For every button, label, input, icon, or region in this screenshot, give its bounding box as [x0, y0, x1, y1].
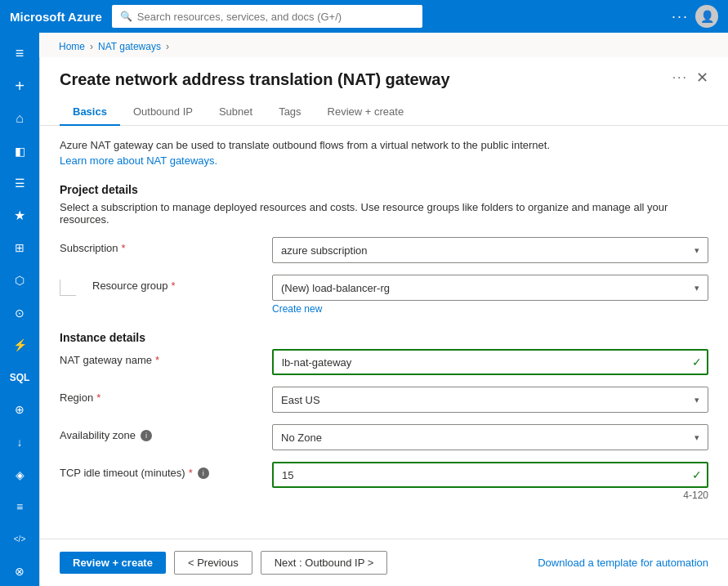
create-new-link[interactable]: Create new: [272, 303, 322, 315]
tab-review-create[interactable]: Review + create: [315, 99, 418, 126]
sidebar-item-all-services[interactable]: ☰: [3, 168, 36, 198]
close-button[interactable]: ✕: [696, 70, 708, 85]
sidebar-item-monitor[interactable]: ⊙: [3, 298, 36, 328]
breadcrumb-home[interactable]: Home: [59, 41, 85, 52]
topbar-more-icon[interactable]: ···: [672, 8, 689, 25]
info-text: Azure NAT gateway can be used to transla…: [60, 139, 708, 151]
availability-zone-label: Availability zone i: [60, 424, 272, 441]
panel-header: Create network address translation (NAT)…: [40, 57, 728, 89]
tcp-idle-timeout-label: TCP idle timeout (minutes) * i: [60, 462, 272, 479]
breadcrumb: Home › NAT gateways ›: [39, 33, 728, 57]
sidebar-item-create[interactable]: +: [3, 72, 36, 101]
panel: Create network address translation (NAT)…: [39, 57, 728, 586]
search-input[interactable]: [137, 11, 414, 23]
download-template-link[interactable]: Download a template for automation: [538, 557, 708, 569]
nat-gateway-name-row: NAT gateway name * ✓: [60, 349, 708, 375]
tab-tags[interactable]: Tags: [266, 99, 314, 126]
nat-gateway-name-control: ✓: [272, 349, 708, 375]
region-control: East US ▾: [272, 387, 708, 413]
breadcrumb-sep-1: ›: [90, 41, 93, 52]
sidebar-item-download[interactable]: ↓: [3, 427, 36, 457]
chevron-down-icon: ▾: [695, 395, 699, 405]
sidebar-item-sql[interactable]: SQL: [3, 363, 36, 392]
sidebar-item-diamond[interactable]: ◈: [3, 460, 36, 490]
rg-connector-line: [60, 280, 76, 296]
tcp-idle-timeout-control: ✓ 4-120: [272, 462, 708, 501]
sidebar-item-add[interactable]: ⊕: [3, 396, 36, 425]
resource-group-value: (New) load-balancer-rg: [281, 282, 390, 294]
region-label: Region *: [60, 387, 272, 404]
sidebar-item-list[interactable]: ≡: [3, 492, 36, 521]
avatar[interactable]: 👤: [695, 5, 718, 28]
sidebar-item-favorites[interactable]: ★: [3, 201, 36, 230]
sidebar-item-grid[interactable]: ⊞: [3, 234, 36, 263]
region-value: East US: [281, 394, 320, 406]
content-area: Home › NAT gateways › Create network add…: [39, 33, 728, 586]
resource-group-select[interactable]: (New) load-balancer-rg ▾: [272, 275, 708, 301]
availability-zone-value: No Zone: [281, 432, 322, 444]
check-icon: ✓: [692, 356, 702, 369]
sidebar: ≡ + ⌂ ◧ ☰ ★ ⊞ ⬡ ⊙ ⚡ SQL ⊕ ↓ ◈ ≡ </> ⊗: [0, 33, 39, 586]
review-create-button[interactable]: Review + create: [60, 552, 166, 574]
topbar: Microsoft Azure 🔍 ··· 👤: [0, 0, 728, 33]
region-required: *: [96, 391, 100, 404]
subscription-label: Subscription *: [60, 237, 272, 254]
brand-logo: Microsoft Azure: [10, 10, 102, 24]
tcp-hint: 4-120: [272, 490, 708, 501]
project-details-desc: Select a subscription to manage deployed…: [60, 201, 708, 226]
sidebar-item-code[interactable]: </>: [3, 525, 36, 554]
search-box[interactable]: 🔍: [112, 5, 422, 28]
nat-gateway-name-wrapper: ✓: [272, 349, 708, 375]
resource-group-control: (New) load-balancer-rg ▾ Create new: [272, 275, 708, 315]
subscription-value: azure subscription: [281, 244, 368, 257]
resource-group-required: *: [172, 280, 176, 292]
sidebar-item-settings[interactable]: ⊗: [3, 557, 36, 587]
rg-indent: [60, 275, 92, 296]
panel-footer: Review + create < Previous Next : Outbou…: [40, 539, 728, 586]
region-row: Region * East US ▾: [60, 387, 708, 413]
tab-subnet[interactable]: Subnet: [206, 99, 266, 126]
chevron-down-icon: ▾: [695, 245, 699, 256]
subscription-control: azure subscription ▾: [272, 237, 708, 263]
info-link[interactable]: Learn more about NAT gateways.: [60, 154, 217, 167]
project-details-title: Project details: [60, 183, 708, 196]
chevron-down-icon: ▾: [695, 283, 699, 293]
resource-group-row: Resource group * (New) load-balancer-rg …: [60, 275, 708, 315]
sidebar-item-hex[interactable]: ⬡: [3, 266, 36, 295]
instance-details-title: Instance details: [60, 331, 708, 344]
region-select[interactable]: East US ▾: [272, 387, 708, 413]
previous-button[interactable]: < Previous: [174, 551, 252, 575]
check-icon: ✓: [692, 468, 702, 481]
next-button[interactable]: Next : Outbound IP >: [261, 551, 388, 575]
panel-header-actions: ··· ✕: [672, 70, 708, 85]
nat-gateway-name-input[interactable]: [272, 349, 708, 375]
tabs: Basics Outbound IP Subnet Tags Review + …: [40, 89, 728, 126]
info-icon[interactable]: i: [198, 467, 209, 479]
topbar-right: ··· 👤: [672, 5, 718, 28]
tcp-idle-timeout-wrapper: ✓: [272, 462, 708, 488]
nat-gateway-name-label: NAT gateway name *: [60, 349, 272, 366]
tcp-idle-timeout-input[interactable]: [272, 462, 708, 488]
panel-body: Azure NAT gateway can be used to transla…: [40, 126, 728, 539]
tcp-required: *: [189, 467, 193, 479]
tab-outbound-ip[interactable]: Outbound IP: [120, 99, 206, 126]
availability-zone-row: Availability zone i No Zone ▾: [60, 424, 708, 450]
tab-basics[interactable]: Basics: [60, 99, 120, 126]
page-title: Create network address translation (NAT)…: [60, 70, 450, 89]
sidebar-item-activity[interactable]: ⚡: [3, 330, 36, 360]
subscription-select[interactable]: azure subscription ▾: [272, 237, 708, 263]
resource-group-label: Resource group *: [92, 275, 272, 292]
breadcrumb-nat-gateways[interactable]: NAT gateways: [98, 41, 161, 52]
sidebar-item-dashboard[interactable]: ◧: [3, 136, 36, 166]
sidebar-item-menu[interactable]: ≡: [3, 39, 36, 69]
availability-zone-select[interactable]: No Zone ▾: [272, 424, 708, 450]
subscription-row: Subscription * azure subscription ▾: [60, 237, 708, 263]
nat-name-required: *: [155, 354, 159, 366]
breadcrumb-sep-2: ›: [166, 41, 169, 52]
info-icon[interactable]: i: [141, 430, 152, 441]
chevron-down-icon: ▾: [695, 432, 699, 443]
panel-more-icon[interactable]: ···: [672, 70, 688, 85]
availability-zone-control: No Zone ▾: [272, 424, 708, 450]
tcp-idle-timeout-row: TCP idle timeout (minutes) * i ✓ 4-120: [60, 462, 708, 501]
sidebar-item-home[interactable]: ⌂: [3, 104, 36, 133]
